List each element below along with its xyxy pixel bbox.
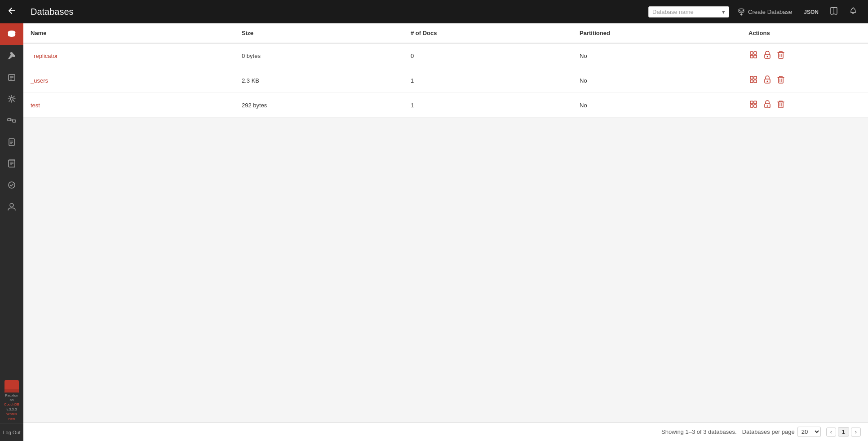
col-docs: # of Docs (403, 23, 572, 43)
sidebar-item-reports[interactable] (0, 131, 23, 153)
table-row: test 292 bytes 1 No (23, 93, 868, 118)
config-icon (7, 94, 16, 103)
svg-rect-28 (754, 55, 757, 58)
svg-rect-9 (8, 119, 11, 121)
sidebar-item-tools[interactable] (0, 45, 23, 66)
page-navigation: ‹ 1 › (826, 427, 861, 437)
db-actions-cell (741, 43, 868, 68)
sidebar-item-verify[interactable] (0, 174, 23, 196)
sidebar-item-databases[interactable] (0, 23, 23, 45)
db-name-cell: _users (23, 68, 235, 93)
logs-icon (7, 73, 16, 82)
col-partitioned: Partitioned (572, 23, 741, 43)
db-actions-cell (741, 93, 868, 118)
per-page-select[interactable]: 20 10 30 50 100 (797, 427, 821, 437)
database-name-select[interactable]: Database name ▾ (648, 6, 729, 18)
main-area: Databases Database name ▾ Create Databas… (23, 0, 868, 441)
db-name-link[interactable]: _replicator (31, 53, 58, 59)
replication-icon (7, 115, 17, 125)
db-actions-cell (741, 68, 868, 93)
db-partitioned-cell: No (572, 43, 741, 68)
expand-icon[interactable] (748, 99, 758, 111)
reports-icon (7, 137, 16, 146)
databases-icon (7, 29, 17, 39)
showing-text: Showing 1–3 of 3 databases. (661, 428, 737, 435)
delete-icon[interactable] (776, 50, 785, 62)
svg-rect-44 (754, 105, 757, 107)
table-row: _users 2.3 KB 1 No (23, 68, 868, 93)
svg-point-2 (8, 34, 15, 37)
footer: Showing 1–3 of 3 databases. Databases pe… (23, 422, 868, 441)
sidebar-item-documentation[interactable] (0, 153, 23, 174)
db-partitioned-cell: No (572, 93, 741, 118)
header-actions: Database name ▾ Create Database JSON (648, 4, 861, 19)
db-size-cell: 2.3 KB (235, 68, 403, 93)
fauxton-version-text: Fauxton on CouchDB v.3.3.3 What's new (3, 393, 21, 421)
lock-icon[interactable] (763, 99, 772, 111)
notifications-button[interactable] (846, 5, 861, 18)
expand-icon[interactable] (748, 75, 758, 86)
db-docs-cell: 1 (403, 68, 572, 93)
next-page-button[interactable]: › (851, 428, 861, 437)
content-area: Name Size # of Docs Partitioned Actions … (23, 23, 868, 422)
svg-rect-42 (754, 101, 757, 104)
svg-point-19 (9, 182, 15, 188)
book-open-icon (829, 6, 838, 15)
couchdb-icon (4, 380, 19, 392)
json-button[interactable]: JSON (800, 6, 822, 18)
db-partitioned-cell: No (572, 68, 741, 93)
sidebar-item-logs[interactable] (0, 66, 23, 88)
db-docs-cell: 1 (403, 93, 572, 118)
per-page-label: Databases per page (742, 428, 795, 435)
sidebar-item-user[interactable] (0, 196, 23, 217)
couchdb-logo[interactable]: Fauxton on CouchDB v.3.3.3 What's new (0, 375, 23, 423)
lock-icon[interactable] (763, 75, 772, 86)
chevron-down-icon: ▾ (722, 9, 725, 15)
table-row: _replicator 0 bytes 0 No (23, 43, 868, 68)
svg-point-46 (767, 106, 768, 107)
logout-button[interactable]: Log Out (0, 423, 23, 441)
svg-rect-33 (750, 76, 753, 79)
col-actions: Actions (741, 23, 868, 43)
sidebar-bottom: Fauxton on CouchDB v.3.3.3 What's new Lo… (0, 375, 23, 441)
db-size-cell: 292 bytes (235, 93, 403, 118)
delete-icon[interactable] (776, 99, 785, 111)
db-docs-cell: 0 (403, 43, 572, 68)
db-size-cell: 0 bytes (235, 43, 403, 68)
expand-icon[interactable] (748, 50, 758, 62)
databases-table: Name Size # of Docs Partitioned Actions … (23, 23, 868, 118)
sidebar-logo[interactable] (0, 0, 23, 23)
svg-rect-36 (754, 80, 757, 83)
delete-icon[interactable] (776, 75, 785, 86)
svg-rect-10 (13, 120, 16, 122)
create-db-icon (737, 8, 745, 16)
svg-rect-43 (750, 105, 753, 107)
current-page: 1 (838, 427, 849, 437)
prev-page-button[interactable]: ‹ (826, 428, 836, 437)
tools-icon (7, 51, 16, 60)
svg-rect-26 (754, 52, 757, 54)
db-name-link[interactable]: test (31, 102, 40, 109)
page-title: Databases (31, 7, 648, 17)
svg-point-20 (10, 203, 13, 207)
svg-rect-25 (750, 52, 753, 54)
documentation-button[interactable] (826, 4, 842, 19)
sidebar-item-replication[interactable] (0, 110, 23, 131)
db-name-cell: test (23, 93, 235, 118)
sidebar-item-config[interactable] (0, 88, 23, 110)
svg-point-8 (10, 97, 13, 100)
nav-arrow-icon (7, 6, 16, 18)
lock-icon[interactable] (763, 50, 772, 62)
per-page-control: Databases per page 20 10 30 50 100 (742, 427, 821, 437)
svg-rect-41 (750, 101, 753, 104)
svg-rect-35 (750, 80, 753, 83)
col-size: Size (235, 23, 403, 43)
sidebar: Fauxton on CouchDB v.3.3.3 What's new Lo… (0, 0, 23, 441)
svg-point-38 (767, 81, 768, 82)
db-name-link[interactable]: _users (31, 77, 48, 84)
create-database-button[interactable]: Create Database (733, 6, 797, 18)
user-icon (7, 202, 16, 211)
db-name-cell: _replicator (23, 43, 235, 68)
bell-icon (849, 7, 857, 15)
svg-rect-27 (750, 55, 753, 58)
